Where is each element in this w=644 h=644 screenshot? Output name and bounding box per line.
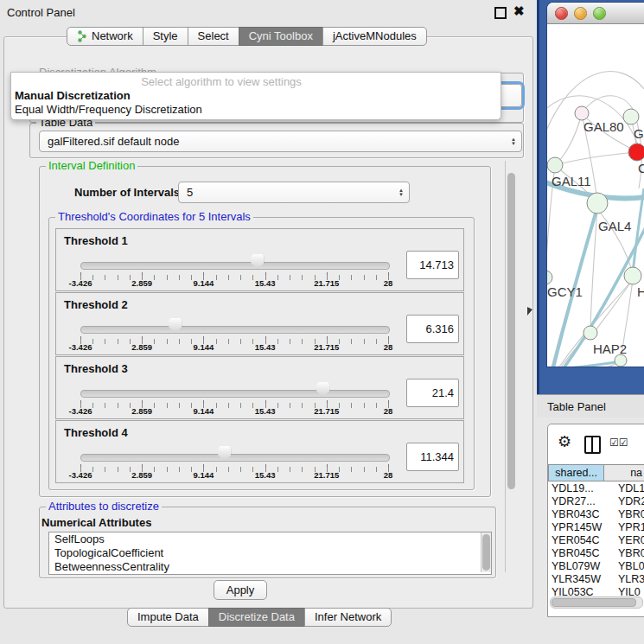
list-item[interactable]: SelfLoops [49,532,491,546]
node-label: HAP2 [593,341,627,356]
tab-jactivemnodules[interactable]: jActiveMNodules [322,27,427,46]
node-label: GAL80 [583,119,624,134]
close-window-icon[interactable] [555,7,568,20]
list-scrollbar-thumb[interactable] [482,534,490,571]
tab-label: Network [92,29,133,43]
threshold-row-2: Threshold 2 -3.4262.859 9.14415.43 21.71… [55,292,464,355]
number-of-intervals-combobox[interactable]: 5 ▲▼ [178,182,410,203]
network-window: GAL80 GA C GAL11 GAL4 GCY1 H HAP2 [547,3,644,367]
table-header-row: shared... na [548,464,644,481]
node-label: GCY1 [547,284,583,299]
group-label: Attributes to discretize [46,501,162,513]
dropdown-hint: Select algorithm to view settings [11,75,501,88]
panel-scrollbar[interactable] [505,161,517,572]
table-data-combobox[interactable]: galFiltered.sif default node ▲▼ [39,131,522,152]
mouse-cursor [527,307,532,316]
threshold-value-field[interactable]: 11.344 [406,443,459,471]
stepper-arrows-icon: ▲▼ [511,137,516,146]
node-gal11[interactable] [547,157,563,173]
apply-button[interactable]: Apply [214,580,267,600]
node-ga[interactable] [623,109,639,124]
numerical-attributes-label: Numerical Attributes [41,516,151,529]
threshold-slider-thumb[interactable] [316,382,329,397]
threshold-label: Threshold 2 [64,298,128,311]
table-row[interactable]: YLR345WYLR3 [548,572,644,585]
table-row[interactable]: YIL053CYIL0 [548,585,644,596]
node-gal80[interactable] [575,106,589,120]
table-panel-header: Table Panel [537,394,644,418]
threshold-slider-thumb[interactable] [218,446,231,461]
number-of-intervals-label: Number of Intervals [74,186,180,199]
network-desktop: GAL80 GA C GAL11 GAL4 GCY1 H HAP2 [537,0,644,394]
thresholds-group: Threshold's Coordinates for 5 Intervals … [48,217,475,490]
dropdown-option-manual[interactable]: Manual Discretization [15,89,131,102]
node-label: GA [634,126,644,141]
table-row[interactable]: YBL079WYBL0 [548,559,644,572]
table-rows: YDL19...YDL1 YDR27...YDR2 YBR043CYBR0 YP… [548,481,644,596]
bottom-tab-bar: Impute Data Discretize Data Infer Networ… [127,608,392,627]
table-horizontal-scrollbar[interactable] [550,596,643,609]
node-h[interactable] [624,267,641,284]
tab-discretize-data[interactable]: Discretize Data [208,608,305,627]
network-graph [547,24,644,367]
threshold-slider-thumb[interactable] [251,254,264,269]
interval-definition-group: Interval Definition Number of Intervals … [39,166,491,497]
node-label: GAL11 [552,174,591,188]
threshold-value-field[interactable]: 14.713 [406,251,459,279]
control-panel: Control Panel ✖ Network Style Select Cyn… [0,0,537,644]
table-row[interactable]: YBR045CYBR0 [548,546,644,559]
tab-infer-network[interactable]: Infer Network [304,608,392,627]
columns-icon[interactable] [584,436,601,454]
list-scrollbar[interactable] [481,532,491,572]
network-canvas[interactable]: GAL80 GA C GAL11 GAL4 GCY1 H HAP2 [547,24,644,367]
table-row[interactable]: YER054CYER0 [548,533,644,546]
top-tab-bar: Network Style Select Cyni Toolbox jActiv… [67,27,427,46]
gear-icon[interactable]: ⚙ [558,432,571,451]
threshold-row-3: Threshold 3 -3.4262.859 9.14415.43 21.71… [55,356,464,419]
select-columns-icons[interactable]: ☑☑ [609,437,628,449]
table-row[interactable]: YDR27...YDR2 [548,494,644,507]
stepper-arrows-icon: ▲▼ [399,188,404,197]
number-of-intervals-value: 5 [187,186,193,199]
list-item[interactable]: TopologicalCoefficient [49,546,491,560]
close-panel-icon[interactable]: ✖ [513,3,525,19]
tab-impute-data[interactable]: Impute Data [127,608,209,627]
dropdown-option-equal-width[interactable]: Equal Width/Frequency Discretization [15,103,202,116]
node-label: GAL4 [598,219,631,233]
slider-tick-labels: -3.4262.859 9.14415.43 21.71528 [80,406,388,417]
tab-cyni-toolbox[interactable]: Cyni Toolbox [239,27,323,46]
table-panel-title: Table Panel [547,400,606,413]
column-header-name[interactable]: na [603,464,644,481]
table-row[interactable]: YPR145WYPR1 [548,520,644,533]
threshold-row-1: Threshold 1 -3.4262.859 9.14415.43 21.71… [55,228,464,291]
network-window-titlebar[interactable] [547,3,644,24]
table-row[interactable]: YBR043CYBR0 [548,507,644,520]
minimize-window-icon[interactable] [574,7,587,20]
tab-style[interactable]: Style [143,27,188,46]
tab-network[interactable]: Network [67,27,143,46]
table-panel: ⚙ ☑☑ shared... na YDL19...YDL1 YDR27...Y… [547,424,644,617]
table-row[interactable]: YDL19...YDL1 [548,481,644,494]
threshold-value-field[interactable]: 6.316 [406,315,459,343]
panel-scrollbar-thumb[interactable] [507,173,515,489]
threshold-slider-thumb[interactable] [169,318,182,333]
node-hap2[interactable] [583,326,597,340]
threshold-label: Threshold 1 [64,234,128,247]
attributes-listbox[interactable]: SelfLoops TopologicalCoefficient Between… [48,532,492,575]
table-data-group: Table Data galFiltered.sif default node … [29,123,524,158]
threshold-value-field[interactable]: 21.4 [406,379,459,407]
node-bottom[interactable] [615,354,627,367]
list-item[interactable]: BetweennessCentrality [49,560,491,574]
threshold-label: Threshold 4 [64,426,128,439]
node-gal4[interactable] [587,193,608,214]
column-header-shared-name[interactable]: shared... [548,464,604,481]
slider-tick-labels: -3.4262.859 9.14415.43 21.71528 [80,470,388,481]
zoom-window-icon[interactable] [593,7,606,20]
float-panel-icon[interactable] [494,7,507,19]
tab-select[interactable]: Select [188,27,239,46]
group-label: Interval Definition [46,160,137,172]
network-icon [77,30,87,42]
node-gcy1[interactable] [547,271,552,284]
table-scrollbar-thumb[interactable] [552,598,636,607]
node-red[interactable] [628,143,644,161]
